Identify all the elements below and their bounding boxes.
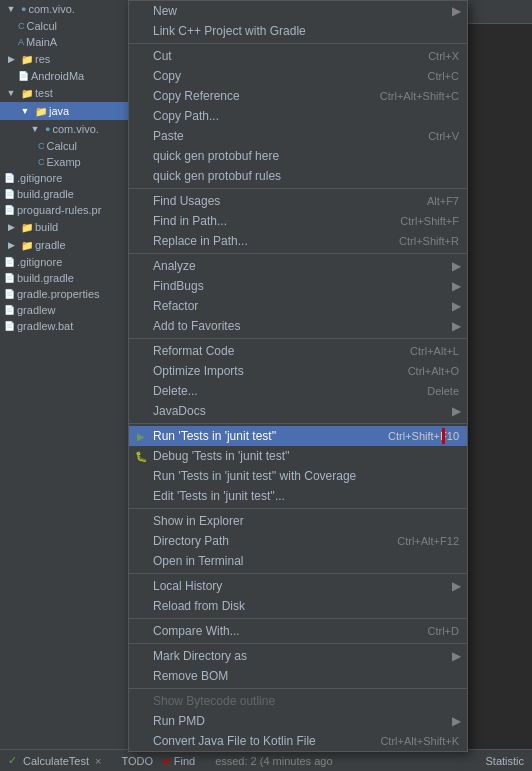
menu-separator (129, 573, 467, 574)
menu-item-copy[interactable]: Copy Ctrl+C (129, 66, 467, 86)
menu-item-label: New (153, 4, 177, 18)
menu-item-add-favorites[interactable]: Add to Favorites ▶ (129, 316, 467, 336)
todo-tab[interactable]: TODO (121, 755, 153, 767)
tree-label: build.gradle (17, 188, 74, 200)
class-icon: A (18, 37, 24, 47)
package-icon: ● (21, 4, 26, 14)
folder-icon: 📁 (21, 222, 33, 233)
menu-item-new[interactable]: New ▶ (129, 1, 467, 21)
menu-item-optimize-imports[interactable]: Optimize Imports Ctrl+Alt+O (129, 361, 467, 381)
menu-item-delete[interactable]: Delete... Delete (129, 381, 467, 401)
menu-item-directory-path[interactable]: Directory Path Ctrl+Alt+F12 (129, 531, 467, 551)
menu-item-remove-bom[interactable]: Remove BOM (129, 666, 467, 686)
folder-icon: ▶ (4, 238, 18, 252)
menu-item-javadocs[interactable]: JavaDocs ▶ (129, 401, 467, 421)
tree-item-buildgradle2[interactable]: 📄 build.gradle (0, 270, 129, 286)
menu-item-local-history[interactable]: Local History ▶ (129, 576, 467, 596)
menu-item-mark-directory[interactable]: Mark Directory as ▶ (129, 646, 467, 666)
tree-label: test (35, 87, 53, 99)
menu-item-find-in-path[interactable]: Find in Path... Ctrl+Shift+F (129, 211, 467, 231)
tree-label: .gitignore (17, 256, 62, 268)
menu-item-quick-gen-rules[interactable]: quick gen protobuf rules (129, 166, 467, 186)
menu-item-label: JavaDocs (153, 404, 206, 418)
tree-item-gradlew[interactable]: 📄 gradlew (0, 302, 129, 318)
folder-icon: 📁 (35, 106, 47, 117)
submenu-arrow-icon: ▶ (452, 259, 461, 273)
tree-item-res[interactable]: ▶ 📁 res (0, 50, 129, 68)
menu-item-label: Edit 'Tests in 'junit test''... (153, 489, 285, 503)
menu-item-reformat-code[interactable]: Reformat Code Ctrl+Alt+L (129, 341, 467, 361)
tree-item-com-vivo2[interactable]: ▼ ● com.vivo. (0, 120, 129, 138)
tree-item-example[interactable]: C Examp (0, 154, 129, 170)
tree-item-proguard[interactable]: 📄 proguard-rules.pr (0, 202, 129, 218)
folder-icon: 📁 (21, 88, 33, 99)
tree-item-com-vivo[interactable]: ▼ ● com.vivo. (0, 0, 129, 18)
close-icon[interactable]: × (95, 755, 101, 767)
menu-item-debug-tests[interactable]: 🐛 Debug 'Tests in 'junit test'' (129, 446, 467, 466)
status-text: CalculateTest (23, 755, 89, 767)
menu-separator (129, 253, 467, 254)
menu-item-edit-tests[interactable]: Edit 'Tests in 'junit test''... (129, 486, 467, 506)
menu-item-label: Replace in Path... (153, 234, 248, 248)
menu-item-open-terminal[interactable]: Open in Terminal (129, 551, 467, 571)
tree-item-build[interactable]: ▶ 📁 build (0, 218, 129, 236)
menu-item-reload-disk[interactable]: Reload from Disk (129, 596, 467, 616)
menu-item-show-explorer[interactable]: Show in Explorer (129, 511, 467, 531)
tree-item-gradleprops[interactable]: 📄 gradle.properties (0, 286, 129, 302)
status-message: essed: 2 (4 minutes ago (215, 755, 332, 767)
menu-item-label: Cut (153, 49, 172, 63)
menu-item-cut[interactable]: Cut Ctrl+X (129, 46, 467, 66)
menu-item-find-usages[interactable]: Find Usages Alt+F7 (129, 191, 467, 211)
tree-item-androidmain[interactable]: 📄 AndroidMa (0, 68, 129, 84)
menu-item-run-pmd[interactable]: Run PMD ▶ (129, 711, 467, 731)
tree-item-maina[interactable]: A MainA (0, 34, 129, 50)
debug-icon: 🐛 (134, 449, 148, 463)
menu-item-show-bytecode[interactable]: Show Bytecode outline (129, 691, 467, 711)
arrow-icon: ▼ (4, 86, 18, 100)
tree-item-java[interactable]: ▼ 📁 java (0, 102, 129, 120)
tree-item-gitignore[interactable]: 📄 .gitignore (0, 170, 129, 186)
submenu-arrow-icon: ▶ (452, 279, 461, 293)
menu-item-label: Refactor (153, 299, 198, 313)
context-menu: New ▶ Link C++ Project with Gradle Cut C… (128, 0, 468, 752)
file-icon: 📄 (4, 289, 15, 299)
menu-shortcut: Alt+F7 (407, 195, 459, 207)
project-tree: ▼ ● com.vivo. C Calcul A MainA ▶ 📁 res 📄… (0, 0, 130, 771)
tree-item-calcul[interactable]: C Calcul (0, 18, 129, 34)
menu-item-label: Find Usages (153, 194, 220, 208)
menu-shortcut: Ctrl+X (408, 50, 459, 62)
file-icon: 📄 (4, 257, 15, 267)
menu-item-label: Local History (153, 579, 222, 593)
menu-shortcut: Ctrl+Shift+R (379, 235, 459, 247)
menu-item-paste[interactable]: Paste Ctrl+V (129, 126, 467, 146)
menu-item-label: Add to Favorites (153, 319, 240, 333)
tree-item-gradle[interactable]: ▶ 📁 gradle (0, 236, 129, 254)
menu-item-run-coverage[interactable]: Run 'Tests in 'junit test'' with Coverag… (129, 466, 467, 486)
tree-item-gradlewbat[interactable]: 📄 gradlew.bat (0, 318, 129, 334)
menu-item-quick-gen-here[interactable]: quick gen protobuf here (129, 146, 467, 166)
menu-item-findbugs[interactable]: FindBugs ▶ (129, 276, 467, 296)
menu-item-refactor[interactable]: Refactor ▶ (129, 296, 467, 316)
tree-item-calcul2[interactable]: C Calcul (0, 138, 129, 154)
find-tab[interactable]: Find (174, 755, 195, 767)
menu-shortcut: Ctrl+Shift+F (380, 215, 459, 227)
submenu-arrow-icon: ▶ (452, 649, 461, 663)
menu-item-link-cpp[interactable]: Link C++ Project with Gradle (129, 21, 467, 41)
tree-label: .gitignore (17, 172, 62, 184)
tree-item-gitignore2[interactable]: 📄 .gitignore (0, 254, 129, 270)
menu-item-label: Delete... (153, 384, 198, 398)
folder-icon: ▶ (4, 220, 18, 234)
menu-item-label: Optimize Imports (153, 364, 244, 378)
menu-item-convert-kotlin[interactable]: Convert Java File to Kotlin File Ctrl+Al… (129, 731, 467, 751)
menu-item-replace-in-path[interactable]: Replace in Path... Ctrl+Shift+R (129, 231, 467, 251)
menu-item-run-tests[interactable]: ▶ Run 'Tests in 'junit test'' Ctrl+Shift… (129, 426, 467, 446)
menu-item-compare-with[interactable]: Compare With... Ctrl+D (129, 621, 467, 641)
menu-item-copy-path[interactable]: Copy Path... (129, 106, 467, 126)
tree-item-test[interactable]: ▼ 📁 test (0, 84, 129, 102)
file-icon: 📄 (4, 321, 15, 331)
menu-item-analyze[interactable]: Analyze ▶ (129, 256, 467, 276)
tree-item-buildgradle[interactable]: 📄 build.gradle (0, 186, 129, 202)
tree-label: gradlew.bat (17, 320, 73, 332)
menu-item-copy-reference[interactable]: Copy Reference Ctrl+Alt+Shift+C (129, 86, 467, 106)
arrow-icon: ▼ (18, 104, 32, 118)
